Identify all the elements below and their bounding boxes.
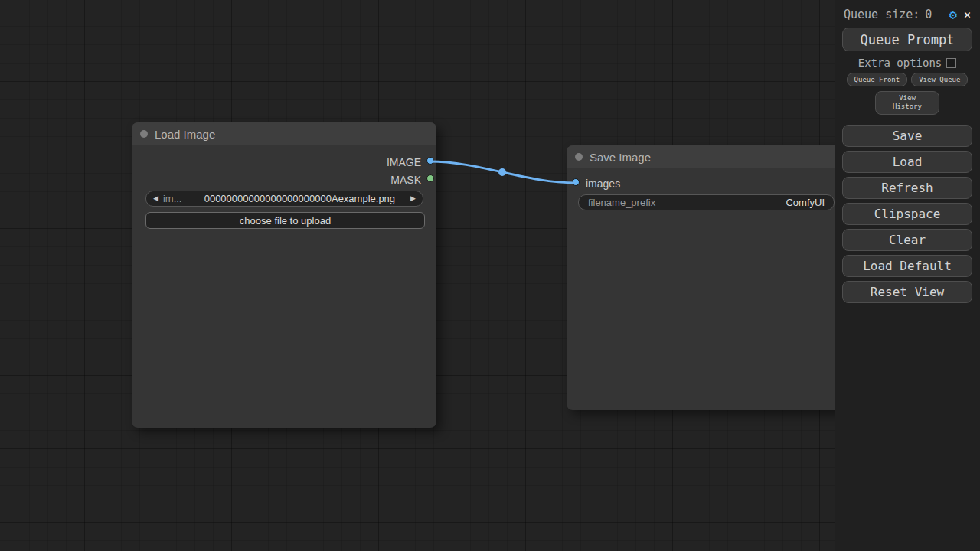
choose-file-button[interactable]: choose file to upload (145, 212, 425, 229)
menu-buttons: Save Load Refresh Clipspace Clear Load D… (835, 125, 980, 303)
queue-size-value: 0 (925, 8, 932, 21)
extra-options-label: Extra options (858, 57, 942, 69)
queue-size-label: Queue size: (844, 8, 920, 21)
clear-button[interactable]: Clear (842, 229, 972, 251)
node-canvas[interactable]: Load Image IMAGE MASK ◀ im... 0000000000… (0, 0, 980, 551)
node-save-image[interactable]: Save Image images filename_prefix ComfyU… (567, 145, 848, 410)
load-image-title-bar[interactable]: Load Image (132, 122, 436, 145)
load-default-button[interactable]: Load Default (842, 255, 972, 277)
queue-status-row: Queue size: 0 ⚙ ✕ (835, 0, 980, 21)
queue-front-button[interactable]: Queue Front (847, 73, 908, 86)
collapse-dot-icon[interactable] (140, 130, 148, 138)
refresh-button[interactable]: Refresh (842, 177, 972, 199)
image-combo-widget[interactable]: ◀ im... 00000000000000000000000Aexample.… (145, 191, 423, 207)
input-slot-images[interactable] (572, 178, 580, 186)
link-image-to-images (430, 161, 576, 183)
load-button[interactable]: Load (842, 151, 972, 173)
queue-prompt-button[interactable]: Queue Prompt (842, 28, 972, 51)
widget-name: filename_prefix (588, 197, 655, 208)
queue-actions-row: Queue Front View Queue (835, 73, 980, 86)
input-label-images: images (586, 178, 620, 190)
link-midpoint-dot (498, 168, 506, 176)
close-icon[interactable]: ✕ (964, 9, 971, 21)
clipspace-button[interactable]: Clipspace (842, 203, 972, 225)
combo-left-arrow-icon[interactable]: ◀ (153, 195, 158, 202)
collapse-dot-icon[interactable] (575, 153, 583, 161)
extra-options-checkbox[interactable] (946, 58, 956, 68)
node-title: Load Image (155, 128, 215, 141)
combo-widget-name: im... (163, 193, 182, 204)
output-slot-mask[interactable] (426, 174, 434, 182)
view-history-button[interactable]: View History (875, 91, 939, 115)
node-title: Save Image (590, 151, 651, 164)
settings-gear-icon[interactable]: ⚙ (949, 8, 957, 21)
extra-options-row: Extra options (835, 57, 980, 69)
output-label-mask: MASK (390, 174, 421, 186)
output-slot-image[interactable] (426, 157, 434, 165)
combo-widget-value: 00000000000000000000000Aexample.png (186, 193, 395, 204)
filename-prefix-widget[interactable]: filename_prefix ComfyUI (578, 194, 835, 210)
view-queue-button[interactable]: View Queue (911, 73, 968, 86)
widget-value: ComfyUI (786, 197, 825, 208)
combo-right-arrow-icon[interactable]: ▶ (410, 195, 416, 202)
node-load-image[interactable]: Load Image IMAGE MASK ◀ im... 0000000000… (132, 122, 436, 428)
comfy-menu-panel: Queue size: 0 ⚙ ✕ Queue Prompt Extra opt… (835, 0, 980, 551)
save-button[interactable]: Save (842, 125, 972, 147)
reset-view-button[interactable]: Reset View (842, 281, 972, 303)
save-image-title-bar[interactable]: Save Image (567, 145, 848, 168)
output-label-image: IMAGE (387, 156, 421, 168)
